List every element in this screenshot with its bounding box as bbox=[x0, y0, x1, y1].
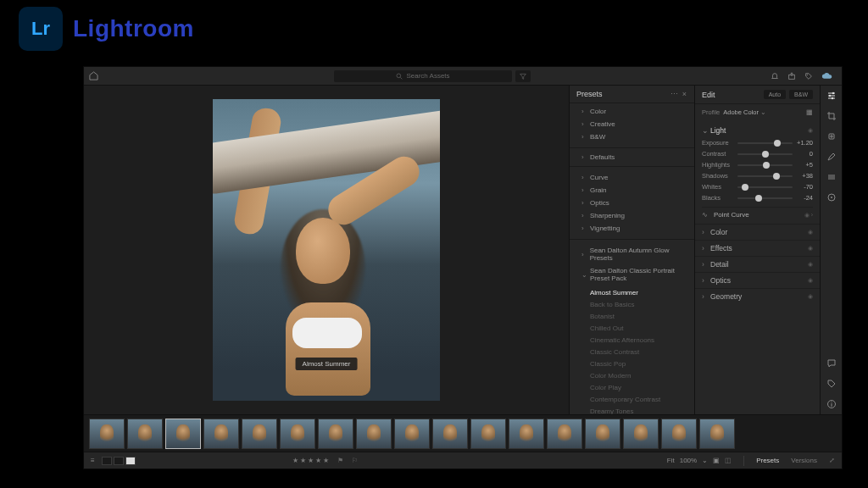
eye-icon[interactable]: ◉ › bbox=[804, 212, 813, 219]
filmstrip-thumb[interactable] bbox=[356, 419, 392, 449]
slider-track[interactable] bbox=[737, 164, 793, 166]
tag-icon[interactable] bbox=[804, 72, 813, 80]
filmstrip-thumb[interactable] bbox=[203, 419, 239, 449]
heal-icon[interactable] bbox=[826, 131, 837, 141]
eye-icon[interactable]: ◉ bbox=[808, 293, 813, 300]
brush-icon[interactable] bbox=[826, 152, 837, 162]
preset-group[interactable]: Color bbox=[570, 105, 694, 118]
filmstrip-thumb[interactable] bbox=[699, 419, 735, 449]
rating-stars[interactable]: ★★★★★ ⚑ ⚐ bbox=[292, 457, 359, 464]
filmstrip-thumb[interactable] bbox=[547, 419, 582, 449]
eye-icon[interactable]: ◉ bbox=[808, 229, 813, 236]
filmstrip-thumb[interactable] bbox=[585, 419, 620, 449]
fit-label[interactable]: Fit bbox=[667, 457, 675, 464]
preset-group[interactable]: Sharpening bbox=[570, 209, 694, 222]
detail-view-icon[interactable] bbox=[125, 457, 136, 465]
info-icon[interactable] bbox=[826, 399, 837, 409]
preset-group[interactable]: Curve bbox=[570, 171, 694, 184]
preset-item[interactable]: Contemporary Contrast bbox=[585, 393, 694, 405]
expand-icon[interactable]: ⤢ bbox=[829, 457, 835, 464]
filmstrip-thumb[interactable] bbox=[242, 419, 277, 449]
profile-browser-icon[interactable]: ▦ bbox=[806, 108, 813, 116]
eye-icon[interactable]: ◉ bbox=[808, 277, 813, 284]
edit-section-effects[interactable]: Effects◉ bbox=[695, 240, 820, 256]
slider-track[interactable] bbox=[737, 197, 793, 199]
preset-group[interactable]: Optics bbox=[570, 197, 694, 209]
eye-icon[interactable]: ◉ bbox=[808, 245, 813, 252]
filmstrip-thumb[interactable] bbox=[470, 419, 506, 449]
preset-item[interactable]: Almost Summer bbox=[585, 286, 694, 298]
eye-icon[interactable]: ◉ bbox=[808, 127, 813, 134]
crop-icon[interactable] bbox=[826, 111, 837, 121]
preset-item[interactable]: Back to Basics bbox=[585, 298, 694, 310]
filmstrip-thumb[interactable] bbox=[89, 419, 125, 449]
preset-item[interactable]: Color Play bbox=[585, 381, 694, 393]
edit-section-detail[interactable]: Detail◉ bbox=[695, 256, 820, 272]
filmstrip-thumb[interactable] bbox=[165, 419, 201, 449]
filmstrip-thumb[interactable] bbox=[432, 419, 468, 449]
preset-group[interactable]: Creative bbox=[570, 118, 694, 130]
preset-item[interactable]: Classic Contrast bbox=[585, 346, 694, 358]
filmstrip-thumb[interactable] bbox=[623, 419, 659, 449]
preset-pack[interactable]: Sean Dalton Autumn Glow Presets bbox=[570, 244, 694, 264]
edit-section-optics[interactable]: Optics◉ bbox=[695, 272, 820, 288]
preset-group-defaults[interactable]: Defaults bbox=[570, 151, 694, 164]
preset-group[interactable]: Vignetting bbox=[570, 222, 694, 235]
preset-item[interactable]: Classic Pop bbox=[585, 358, 694, 369]
linear-gradient-icon[interactable] bbox=[826, 172, 837, 182]
filmstrip-toggle-icon[interactable]: ≡ bbox=[91, 457, 95, 464]
flag-pick-icon[interactable]: ⚑ bbox=[337, 457, 345, 464]
filmstrip-thumb[interactable] bbox=[661, 419, 697, 449]
zoom-value[interactable]: 100% bbox=[680, 457, 697, 464]
keyword-icon[interactable] bbox=[826, 379, 837, 389]
preset-item[interactable]: Cinematic Afternoons bbox=[585, 334, 694, 346]
eye-icon[interactable]: ◉ bbox=[808, 261, 813, 268]
share-icon[interactable] bbox=[787, 72, 796, 80]
slider-contrast[interactable]: Contrast 0 bbox=[702, 148, 813, 159]
filmstrip-thumb[interactable] bbox=[509, 419, 544, 449]
cloud-sync-icon[interactable] bbox=[821, 72, 833, 80]
versions-link[interactable]: Versions bbox=[791, 457, 817, 464]
filter-button[interactable] bbox=[515, 70, 531, 82]
slider-track[interactable] bbox=[737, 153, 793, 155]
bell-icon[interactable] bbox=[771, 72, 779, 80]
bw-button[interactable]: B&W bbox=[789, 90, 813, 99]
filmstrip[interactable] bbox=[84, 414, 842, 452]
edit-section-geometry[interactable]: Geometry◉ bbox=[695, 288, 820, 304]
slider-track[interactable] bbox=[737, 175, 793, 177]
home-icon[interactable] bbox=[84, 71, 103, 80]
original-toggle-icon[interactable]: ▣ bbox=[713, 457, 720, 464]
presets-link[interactable]: Presets bbox=[756, 457, 779, 464]
slider-blacks[interactable]: Blacks -24 bbox=[702, 192, 813, 203]
preset-item[interactable]: Dreamy Tones bbox=[585, 405, 694, 414]
light-section-toggle[interactable]: Light ◉ bbox=[702, 124, 813, 137]
filmstrip-thumb[interactable] bbox=[318, 419, 353, 449]
edit-sliders-icon[interactable] bbox=[826, 91, 837, 101]
search-input[interactable]: Search Assets bbox=[334, 70, 512, 82]
filmstrip-thumb[interactable] bbox=[127, 419, 163, 449]
preset-group[interactable]: Grain bbox=[570, 184, 694, 197]
profile-row[interactable]: Profile Adobe Color ⌄ ▦ bbox=[695, 104, 820, 120]
slider-exposure[interactable]: Exposure +1.20 bbox=[702, 137, 813, 148]
grid-view-icon[interactable] bbox=[102, 457, 112, 465]
flag-reject-icon[interactable]: ⚐ bbox=[352, 457, 359, 464]
slider-shadows[interactable]: Shadows +38 bbox=[702, 170, 813, 181]
preset-item[interactable]: Botanist bbox=[585, 310, 694, 322]
slider-whites[interactable]: Whites -70 bbox=[702, 181, 813, 192]
slider-track[interactable] bbox=[737, 186, 793, 188]
filmstrip-thumb[interactable] bbox=[280, 419, 315, 449]
histogram-toggle-icon[interactable]: ◫ bbox=[725, 457, 732, 464]
preset-item[interactable]: Chilled Out bbox=[585, 322, 694, 334]
point-curve-label[interactable]: Point Curve bbox=[714, 211, 749, 219]
photo-canvas[interactable]: Almost Summer bbox=[84, 86, 569, 414]
comment-icon[interactable] bbox=[826, 358, 837, 369]
radial-gradient-icon[interactable] bbox=[826, 192, 837, 202]
edit-section-color[interactable]: Color◉ bbox=[695, 224, 820, 240]
compare-view-icon[interactable] bbox=[114, 457, 124, 465]
presets-menu-icon[interactable]: ⋯ × bbox=[670, 90, 687, 98]
preset-pack[interactable]: Sean Dalton Classic Portrait Preset Pack bbox=[570, 264, 694, 285]
preset-group[interactable]: B&W bbox=[570, 130, 694, 143]
auto-button[interactable]: Auto bbox=[764, 90, 786, 99]
slider-track[interactable] bbox=[737, 142, 793, 144]
filmstrip-thumb[interactable] bbox=[394, 419, 430, 449]
